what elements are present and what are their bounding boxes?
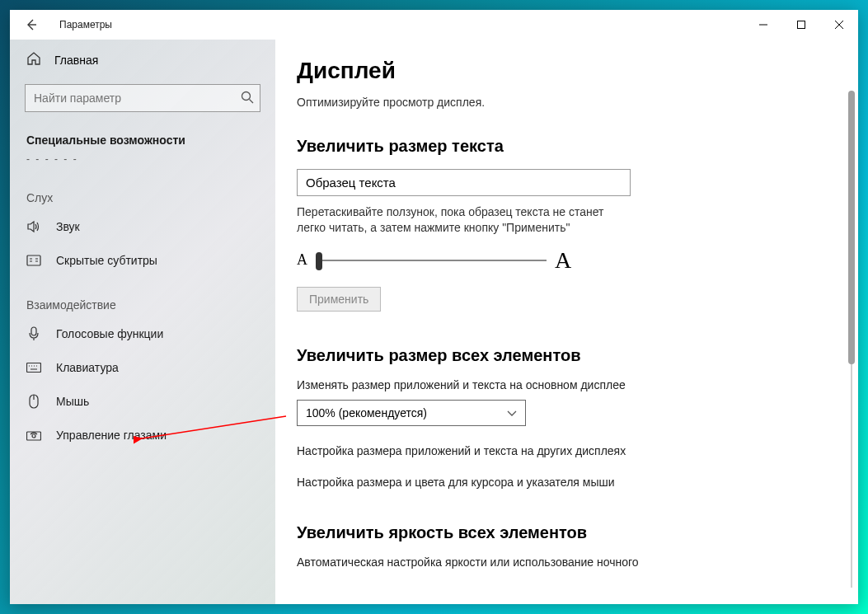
truncated-item: - - - - - - bbox=[10, 153, 275, 170]
svg-point-1 bbox=[242, 92, 251, 101]
nav-label: Звук bbox=[56, 220, 80, 233]
svg-rect-4 bbox=[27, 363, 41, 373]
apply-button[interactable]: Применить bbox=[297, 287, 381, 312]
content-area: Главная Специальные возможности - - - - … bbox=[10, 40, 858, 604]
text-size-slider-row: A A bbox=[297, 247, 805, 274]
brightness-heading: Увеличить яркость всех элементов bbox=[297, 523, 805, 542]
other-displays-link[interactable]: Настройка размера приложений и текста на… bbox=[297, 444, 805, 457]
sample-text-box: Образец текста bbox=[297, 169, 631, 196]
text-size-slider[interactable] bbox=[316, 251, 547, 270]
slider-instructions: Перетаскивайте ползунок, пока образец те… bbox=[297, 204, 635, 236]
speaker-icon bbox=[26, 219, 41, 234]
sidebar-item-captions[interactable]: Скрытые субтитры bbox=[10, 244, 275, 277]
category-title: Специальные возможности bbox=[10, 124, 275, 153]
group-interaction-label: Взаимодействие bbox=[10, 277, 275, 316]
scroll-thumb[interactable] bbox=[848, 91, 855, 364]
sidebar-item-speech[interactable]: Голосовые функции bbox=[10, 316, 275, 351]
minimize-icon bbox=[759, 21, 767, 29]
sidebar: Главная Специальные возможности - - - - … bbox=[10, 40, 275, 604]
slider-track bbox=[316, 260, 547, 261]
sidebar-item-eye-control[interactable]: Управление глазами bbox=[10, 419, 275, 452]
settings-window: Параметры Главная Специальные возможност… bbox=[10, 10, 858, 604]
titlebar: Параметры bbox=[10, 10, 858, 40]
search-input[interactable] bbox=[25, 84, 260, 112]
page-heading: Дисплей bbox=[297, 58, 805, 84]
scale-dropdown[interactable]: 100% (рекомендуется) bbox=[297, 400, 526, 426]
back-button[interactable] bbox=[21, 18, 41, 31]
main-panel: Дисплей Оптимизируйте просмотр дисплея. … bbox=[275, 40, 858, 604]
sidebar-item-keyboard[interactable]: Клавиатура bbox=[10, 351, 275, 384]
svg-rect-3 bbox=[31, 327, 36, 335]
nav-label: Клавиатура bbox=[56, 361, 119, 374]
nav-label: Управление глазами bbox=[56, 429, 167, 442]
chevron-down-icon bbox=[507, 406, 517, 419]
captions-icon bbox=[26, 255, 41, 266]
scale-heading: Увеличить размер всех элементов bbox=[297, 346, 805, 365]
scrollbar[interactable] bbox=[847, 91, 856, 588]
back-arrow-icon bbox=[25, 18, 38, 31]
home-nav[interactable]: Главная bbox=[10, 45, 275, 77]
home-label: Главная bbox=[54, 54, 98, 67]
scale-value: 100% (рекомендуется) bbox=[306, 406, 427, 419]
window-controls bbox=[744, 12, 858, 38]
scale-sublabel: Изменять размер приложений и текста на о… bbox=[297, 378, 805, 391]
window-title: Параметры bbox=[59, 19, 112, 30]
text-size-heading: Увеличить размер текста bbox=[297, 137, 805, 156]
brightness-desc: Автоматическая настройка яркости или исп… bbox=[297, 555, 805, 569]
search-container bbox=[25, 84, 260, 112]
large-a-icon: A bbox=[555, 247, 571, 274]
group-hearing-label: Слух bbox=[10, 170, 275, 209]
svg-rect-0 bbox=[798, 21, 805, 29]
sidebar-item-sound[interactable]: Звук bbox=[10, 209, 275, 244]
close-icon bbox=[835, 21, 843, 29]
maximize-button[interactable] bbox=[782, 12, 820, 38]
nav-label: Голосовые функции bbox=[56, 327, 163, 340]
svg-point-7 bbox=[32, 434, 35, 438]
eye-control-icon bbox=[26, 429, 41, 441]
mouse-icon bbox=[26, 394, 41, 409]
small-a-icon: A bbox=[297, 251, 307, 269]
minimize-button[interactable] bbox=[744, 12, 782, 38]
cursor-settings-link[interactable]: Настройка размера и цвета для курсора и … bbox=[297, 476, 805, 489]
keyboard-icon bbox=[26, 363, 41, 373]
page-description: Оптимизируйте просмотр дисплея. bbox=[297, 96, 805, 109]
svg-rect-2 bbox=[27, 255, 40, 265]
search-icon bbox=[241, 91, 254, 107]
nav-label: Скрытые субтитры bbox=[56, 254, 157, 267]
sidebar-item-mouse[interactable]: Мышь bbox=[10, 384, 275, 419]
microphone-icon bbox=[26, 326, 41, 341]
maximize-icon bbox=[797, 21, 805, 29]
home-icon bbox=[26, 51, 41, 69]
close-button[interactable] bbox=[820, 12, 858, 38]
nav-label: Мышь bbox=[56, 395, 89, 408]
slider-thumb[interactable] bbox=[316, 252, 322, 270]
